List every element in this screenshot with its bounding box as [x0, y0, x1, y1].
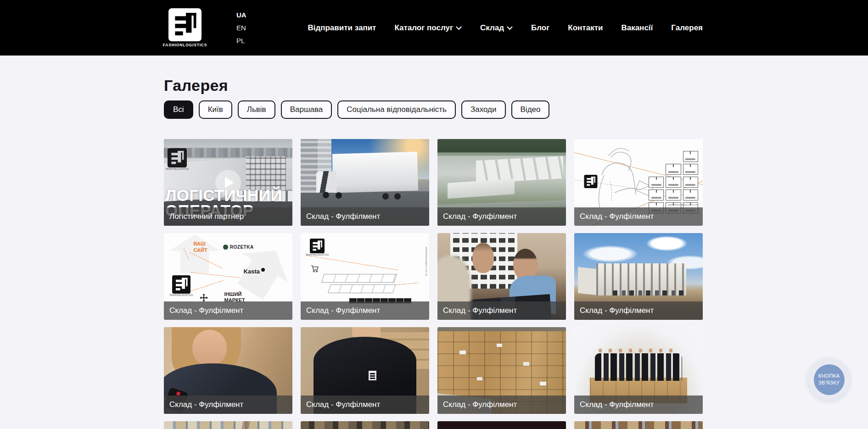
gallery-item-team-photo[interactable]: Склад - Фулфілмент	[574, 327, 703, 414]
gallery-item-caption: Склад - Фулфілмент	[301, 207, 429, 226]
gallery-item-partial-2[interactable]	[301, 421, 429, 429]
gallery-item-partial-3[interactable]	[437, 421, 566, 429]
nav-warehouse[interactable]: Склад	[480, 23, 513, 33]
gallery-item-caption: Склад - Фулфілмент	[437, 301, 566, 320]
filter-lviv[interactable]: Львів	[238, 100, 275, 119]
filter-social-responsibility[interactable]: Соціальна відповідальність	[337, 100, 456, 119]
watermark-url: www.fashionlogistics.com.ua	[668, 203, 697, 206]
nav-vacancies[interactable]: Вакансії	[621, 23, 653, 33]
watermark-logo: FASHIONLOGISTICS	[165, 148, 189, 170]
chevron-down-icon	[507, 26, 513, 30]
gallery-item-fulfillment-scheme[interactable]: ВАШ САЙТ ROZETKA Kasta ІНШИЙ МАРКЕТ FASH…	[164, 233, 292, 320]
kasta-logo-icon	[261, 268, 265, 272]
language-switcher: UA EN PL	[236, 10, 246, 45]
gallery-item-warehouse-scheme[interactable]: FASHIONLOGISTICS www.fashionlogistics.co…	[301, 233, 429, 320]
play-icon	[225, 177, 234, 188]
gallery-item-partial-4[interactable]	[574, 421, 703, 429]
watermark-url: www.fashionlogistics.com.ua	[425, 247, 428, 276]
play-button[interactable]	[215, 170, 241, 195]
page-title: Галерея	[164, 78, 703, 93]
nav-contacts[interactable]: Контакти	[568, 23, 603, 33]
gallery-item-team-meeting[interactable]: Склад - Фулфілмент	[437, 233, 566, 320]
gallery-item-warehouse-building[interactable]: Склад - Фулфілмент	[574, 233, 703, 320]
filter-events[interactable]: Заходи	[461, 100, 506, 119]
lang-pl[interactable]: PL	[236, 36, 246, 45]
gallery-item-worker-polo[interactable]: Склад - Фулфілмент	[301, 327, 429, 414]
gallery-item-worker-scanner[interactable]: Склад - Фулфілмент	[164, 327, 292, 414]
gallery-item-caption: Склад - Фулфілмент	[164, 396, 292, 414]
fashionlogistics-logo-icon	[168, 8, 202, 41]
label-kasta: Kasta	[244, 268, 265, 275]
gallery-item-caption: Склад - Фулфілмент	[164, 301, 292, 320]
main-nav: Відправити запит Каталог послуг Склад Бл…	[308, 23, 703, 33]
page: FASHIONLOGISTICS UA EN PL Відправити зап…	[0, 0, 868, 429]
chevron-down-icon	[456, 26, 462, 30]
nav-services-catalog[interactable]: Каталог послуг	[394, 23, 462, 33]
fashionlogistics-logo-icon	[167, 148, 187, 167]
gallery-item-truck[interactable]: Склад - Фулфілмент	[301, 139, 429, 226]
gallery-grid: FASHIONLOGISTICS ЛОГІСТИЧНИЙ ОПЕРАТОР Ло…	[164, 139, 703, 429]
gallery-item-aerial-park[interactable]: Склад - Фулфілмент	[437, 139, 566, 226]
photo-warehouse-shelves	[574, 421, 703, 429]
photo-warehouse-racks	[164, 421, 292, 429]
gallery-item-video[interactable]: FASHIONLOGISTICS ЛОГІСТИЧНИЙ ОПЕРАТОР Ло…	[164, 139, 292, 226]
nav-send-request[interactable]: Відправити запит	[308, 23, 376, 33]
shopping-cart-icon	[311, 265, 319, 273]
gallery-item-caption: Склад - Фулфілмент	[301, 396, 429, 414]
logo[interactable]: FASHIONLOGISTICS	[164, 8, 206, 47]
fl-logo-patch	[369, 371, 376, 380]
gallery-item-caption: Склад - Фулфілмент	[574, 301, 703, 320]
move-cursor-icon	[200, 294, 208, 302]
gallery-item-boxes[interactable]: Склад - Фулфілмент	[437, 327, 566, 414]
fashionlogistics-logo-icon	[584, 175, 598, 188]
fashionlogistics-logo-icon	[309, 239, 325, 253]
photo-dark-scene	[437, 421, 566, 429]
gallery-item-caption: Склад - Фулфілмент	[574, 207, 703, 226]
contact-button[interactable]: КНОПКА ЗВ'ЯЗКУ	[808, 358, 850, 401]
lang-en[interactable]: EN	[236, 23, 246, 33]
rozetka-logo-icon	[223, 245, 228, 250]
filter-bar: Всі Київ Львів Варшава Соціальна відпові…	[164, 100, 703, 119]
label-your-site: ВАШ САЙТ	[193, 241, 213, 254]
filter-warsaw[interactable]: Варшава	[281, 100, 332, 119]
contact-button-label: КНОПКА ЗВ'ЯЗКУ	[814, 364, 845, 395]
gallery-item-partial-1[interactable]	[164, 421, 292, 429]
gallery-item-caption: Склад - Фулфілмент	[574, 396, 703, 414]
gallery-item-caption: Склад - Фулфілмент	[437, 207, 566, 226]
header: FASHIONLOGISTICS UA EN PL Відправити зап…	[0, 0, 868, 56]
label-rozetka: ROZETKA	[223, 245, 254, 250]
gallery-page: Галерея Всі Київ Львів Варшава Соціальна…	[164, 78, 703, 429]
photo-warehouse-worker	[301, 421, 429, 429]
nav-blog[interactable]: Блог	[531, 23, 549, 33]
gallery-item-caption: Склад - Фулфілмент	[437, 396, 566, 414]
watermark-logo	[582, 175, 599, 188]
filter-video[interactable]: Відео	[511, 100, 550, 119]
watermark-logo: FASHIONLOGISTICS	[308, 239, 326, 256]
logo-wordmark: FASHIONLOGISTICS	[163, 43, 207, 47]
lang-ua[interactable]: UA	[236, 10, 246, 20]
filter-all[interactable]: Всі	[164, 100, 193, 119]
nav-gallery[interactable]: Галерея	[671, 23, 703, 33]
filter-kyiv[interactable]: Київ	[199, 100, 232, 119]
watermark-logo: FASHIONLOGISTICS	[170, 275, 192, 296]
fashionlogistics-logo-icon	[172, 275, 191, 294]
gallery-item-caption: Склад - Фулфілмент	[301, 301, 429, 320]
gallery-item-worker-sketch[interactable]: www.fashionlogistics.com.ua Склад - Фулф…	[574, 139, 703, 226]
gallery-item-caption: Логістичний партнер	[164, 207, 292, 226]
